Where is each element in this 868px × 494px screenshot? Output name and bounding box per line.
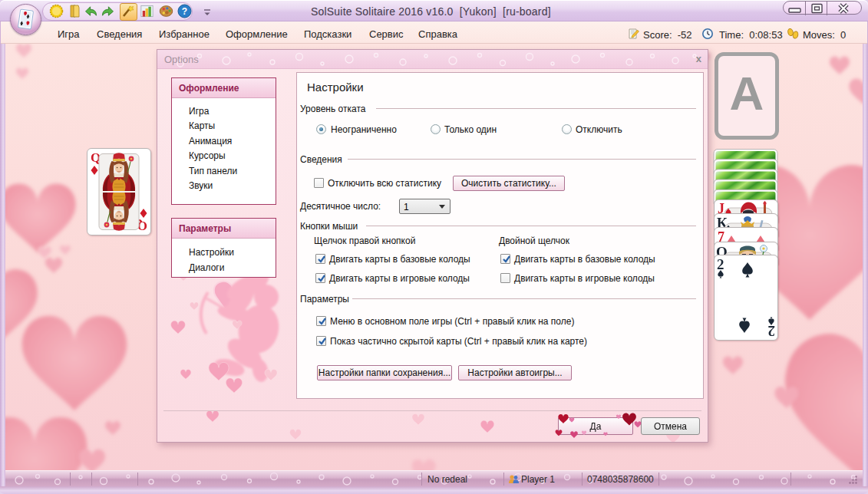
svg-text:?: ?: [182, 6, 187, 17]
svg-text:2: 2: [717, 256, 724, 272]
svg-text:2: 2: [768, 323, 776, 339]
